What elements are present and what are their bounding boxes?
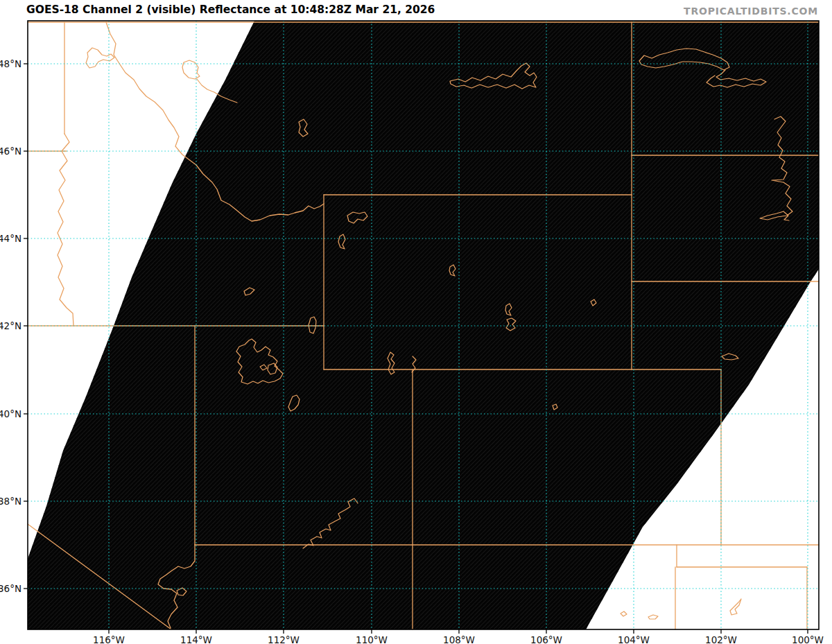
lon-tick-label: 110°W — [356, 634, 388, 644]
lon-tick-label: 100°W — [792, 634, 824, 644]
lon-tick-label: 116°W — [93, 634, 125, 644]
lat-tick-label: 38°N — [0, 496, 21, 507]
lon-tick-label: 106°W — [530, 634, 562, 644]
satellite-map-page: GOES-18 Channel 2 (visible) Reflectance … — [0, 0, 832, 644]
lat-tick-label: 40°N — [0, 408, 21, 419]
lat-tick-label: 36°N — [0, 583, 21, 594]
lat-tick-label: 48°N — [0, 58, 21, 69]
satellite-map: 48°N46°N44°N42°N40°N38°N36°N116°W114°W11… — [0, 0, 832, 644]
lon-tick-label: 104°W — [618, 634, 650, 644]
lon-tick-label: 108°W — [443, 634, 475, 644]
lat-tick-label: 42°N — [0, 320, 21, 331]
lat-tick-label: 46°N — [0, 146, 21, 157]
lat-tick-label: 44°N — [0, 233, 21, 244]
lon-tick-label: 102°W — [705, 634, 737, 644]
lon-tick-label: 112°W — [268, 634, 300, 644]
lon-tick-label: 114°W — [180, 634, 212, 644]
